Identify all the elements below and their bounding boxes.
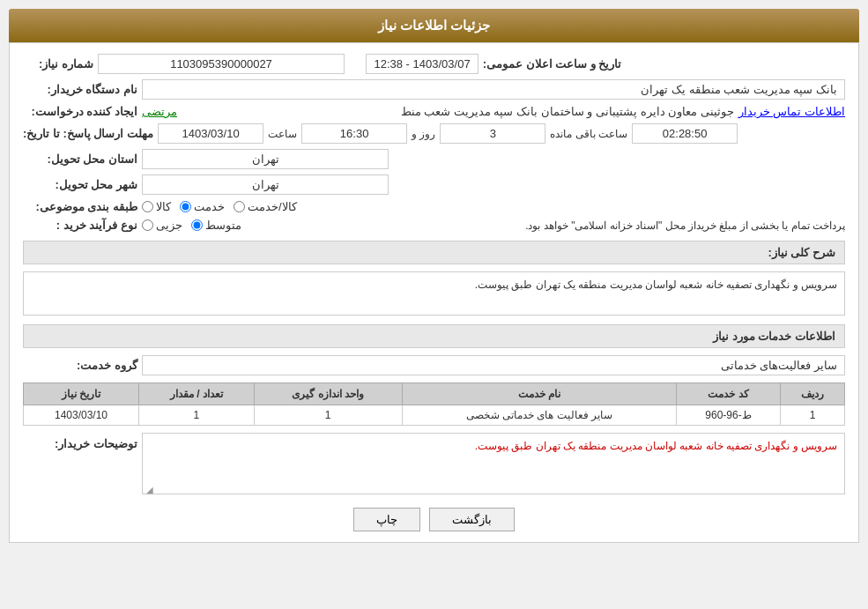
col-name: نام خدمت <box>402 383 677 405</box>
purchase-jozii-label: جزیی <box>156 219 182 232</box>
purchase-type-radio-group: متوسط جزیی <box>142 219 241 232</box>
category-kala[interactable]: کالا <box>142 200 171 213</box>
description-section-header: شرح کلی نیاز: <box>23 241 845 264</box>
creator-label: ایجاد کننده درخواست: <box>23 105 137 118</box>
creator-name: مرتضی <box>142 105 177 118</box>
purchase-jozii[interactable]: جزیی <box>142 219 182 232</box>
category-kala-label: کالا <box>156 200 171 213</box>
category-khedmat[interactable]: خدمت <box>180 200 225 213</box>
purchase-type-label: نوع فرآیند خرید : <box>23 219 137 232</box>
send-date: 1403/03/10 <box>158 123 263 144</box>
announce-date-label: تاریخ و ساعت اعلان عمومی: <box>483 57 622 71</box>
action-buttons: بازگشت چاپ <box>23 508 845 531</box>
col-unit: واحد اندازه گیری <box>254 383 402 405</box>
category-khedmat-label: خدمت <box>194 200 225 213</box>
cell-row-num: 1 <box>780 405 844 426</box>
cell-unit: 1 <box>254 405 402 426</box>
col-date: تاریخ نیاز <box>24 383 139 405</box>
buyer-org-label: نام دستگاه خریدار: <box>23 83 137 96</box>
services-section-header: اطلاعات خدمات مورد نیاز <box>23 324 845 348</box>
send-time: 16:30 <box>301 123 407 144</box>
cell-name: سایر فعالیت های خدماتی شخصی <box>402 405 677 426</box>
buyer-notes-box: سرویس و نگهداری تصفیه خانه شعبه لواسان م… <box>142 433 845 494</box>
cell-date: 1403/03/10 <box>24 405 139 426</box>
need-number-value: 1103095390000027 <box>98 54 345 74</box>
description-text: سرویس و نگهداری تصفیه خانه شعبه لواسان م… <box>23 271 845 316</box>
col-code: کد خدمت <box>677 383 781 405</box>
services-table: ردیف کد خدمت نام خدمت واحد اندازه گیری ت… <box>23 382 845 426</box>
category-kala-khedmat[interactable]: کالا/خدمت <box>234 200 297 213</box>
send-days: 3 <box>440 123 545 144</box>
cell-code: ط-96-960 <box>677 405 781 426</box>
page-title: جزئیات اطلاعات نیاز <box>9 9 859 42</box>
delivery-province-value: تهران <box>142 149 389 169</box>
col-qty: تعداد / مقدار <box>138 383 254 405</box>
purchase-note: پرداخت تمام یا بخشی از مبلغ خریداز محل "… <box>246 219 845 232</box>
buyer-notes-text: سرویس و نگهداری تصفیه خانه شعبه لواسان م… <box>475 440 837 452</box>
announce-date-value: 1403/03/07 - 12:38 <box>366 54 478 74</box>
print-button[interactable]: چاپ <box>353 508 420 531</box>
remaining-time: 02:28:50 <box>632 123 738 144</box>
day-label: روز و <box>412 128 435 140</box>
delivery-province-label: استان محل تحویل: <box>23 152 137 166</box>
cell-qty: 1 <box>138 405 254 426</box>
delivery-city-value: تهران <box>142 175 389 195</box>
service-group-label: گروه خدمت: <box>23 359 137 372</box>
delivery-city-label: شهر محل تحویل: <box>23 178 137 191</box>
service-group-value: سایر فعالیت‌های خدماتی <box>142 355 845 375</box>
buyer-org-value: بانک سپه مدیریت شعب منطقه یک تهران <box>142 79 845 100</box>
send-deadline-label: مهلت ارسال پاسخ: تا تاریخ: <box>23 127 153 140</box>
creator-role: جوثینی معاون دایره پشتیبانی و ساختمان با… <box>189 105 734 118</box>
category-radio-group: کالا/خدمت خدمت کالا <box>142 200 297 213</box>
contact-link[interactable]: اطلاعات تماس خریدار <box>738 105 845 118</box>
col-row-num: ردیف <box>780 383 844 405</box>
purchase-motavaset[interactable]: متوسط <box>191 219 241 232</box>
back-button[interactable]: بازگشت <box>429 508 515 531</box>
remaining-label: ساعت باقی مانده <box>550 128 627 140</box>
category-label: طبقه بندی موضوعی: <box>23 200 137 213</box>
table-row: 1 ط-96-960 سایر فعالیت های خدماتی شخصی 1… <box>24 405 845 426</box>
time-label: ساعت <box>268 128 297 140</box>
purchase-motavaset-label: متوسط <box>205 219 241 232</box>
category-kala-khedmat-label: کالا/خدمت <box>248 200 297 213</box>
resize-handle[interactable]: ◢ <box>145 483 153 492</box>
need-number-label: شماره نیاز: <box>23 57 93 71</box>
buyer-notes-label: توضیحات خریدار: <box>23 433 137 450</box>
